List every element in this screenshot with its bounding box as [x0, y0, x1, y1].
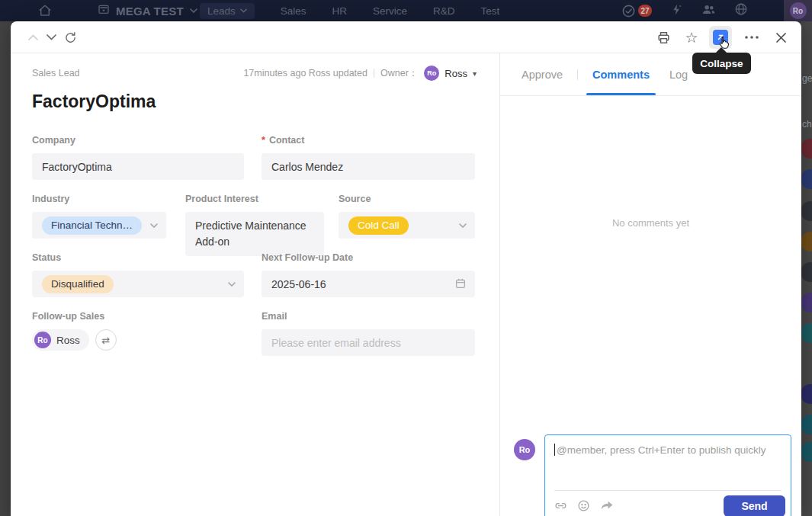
field-label-source: Source: [339, 194, 475, 204]
owner-dropdown[interactable]: Ro Ross ▾: [424, 66, 477, 81]
background-record-avatar: [801, 169, 812, 189]
field-label-product-interest: Product Interest: [185, 194, 324, 204]
record-type-label: Sales Lead: [32, 68, 80, 79]
background-record-avatar: [801, 139, 812, 159]
swap-icon: ⇄: [101, 335, 110, 346]
user-avatar: Ro: [790, 2, 807, 19]
comment-input[interactable]: @member, press Ctrl+Enter to publish qui…: [554, 444, 783, 456]
chevron-down-icon: [240, 8, 247, 13]
nav-item-service[interactable]: Service: [373, 5, 407, 17]
dimmed-page-left: [0, 21, 11, 516]
tasks-check-icon[interactable]: 27: [621, 4, 652, 18]
owner-name: Ross: [445, 68, 467, 79]
email-field[interactable]: Please enter email address: [262, 329, 475, 356]
emoji-icon[interactable]: [577, 499, 590, 512]
member-avatar: Ro: [34, 332, 51, 348]
background-text-fragment: ch: [802, 119, 812, 130]
required-asterisk: *: [262, 135, 265, 146]
divider: [554, 490, 782, 491]
background-record-avatar: [801, 262, 812, 282]
comment-placeholder: @member, press Ctrl+Enter to publish qui…: [557, 444, 765, 456]
tab-log[interactable]: Log: [669, 53, 688, 95]
chevron-down-icon: [150, 223, 158, 228]
print-icon[interactable]: [652, 26, 675, 49]
followup-sales-member[interactable]: Ro Ross: [32, 329, 89, 351]
background-record-avatar: [801, 384, 812, 404]
owner-avatar: Ro: [424, 66, 439, 81]
modal-header: ☆: [11, 21, 801, 53]
record-detail-modal: ☆ Sales Lead 17minutes ago Ross updated: [11, 21, 801, 516]
caret-down-icon: ▾: [473, 69, 477, 78]
workspace-switcher[interactable]: MEGA TEST: [98, 0, 197, 21]
field-label-next-followup-date: Next Follow-up Date: [262, 252, 475, 263]
field-label-email: Email: [262, 311, 475, 322]
screen: MEGA TEST Leads Sales HR Service R&D Tes…: [0, 0, 812, 516]
field-label-status: Status: [32, 252, 244, 263]
composer-toolbar: [554, 499, 614, 512]
refresh-icon[interactable]: [59, 26, 82, 49]
nav-item-rd[interactable]: R&D: [433, 5, 455, 17]
chevron-down-icon: [190, 8, 197, 13]
right-edge-strip: ge ch: [801, 21, 812, 516]
background-record-avatar: [801, 232, 812, 252]
tab-approve[interactable]: Approve: [522, 53, 563, 95]
field-label-company: Company: [32, 135, 244, 146]
nav-item-sales[interactable]: Sales: [281, 5, 307, 17]
globe-icon[interactable]: [734, 2, 748, 19]
background-record-avatar: [801, 293, 812, 312]
chevron-down-icon: [459, 223, 467, 228]
nav-item-test[interactable]: Test: [481, 5, 500, 17]
share-arrow-icon[interactable]: [600, 500, 614, 512]
background-record-avatar: [801, 201, 812, 221]
owner-label: Owner：: [380, 67, 418, 80]
collapse-icon: [713, 30, 728, 45]
nav-item-hr[interactable]: HR: [332, 5, 348, 17]
status-value-pill: Disqualified: [42, 275, 114, 293]
close-icon[interactable]: [769, 26, 792, 49]
background-record-avatar: [801, 323, 812, 343]
last-updated-text: 17minutes ago Ross updated: [243, 68, 367, 79]
field-label-industry: Industry: [32, 194, 166, 204]
more-options-icon[interactable]: [740, 26, 763, 49]
main-nav: Leads Sales HR Service R&D Test: [200, 0, 499, 21]
record-form-panel: Sales Lead 17minutes ago Ross updated Ow…: [11, 53, 499, 516]
send-button[interactable]: Send: [724, 495, 785, 516]
favorite-star-icon[interactable]: ☆: [680, 26, 703, 49]
collapse-button[interactable]: [709, 26, 732, 49]
company-field[interactable]: FactoryOptima: [32, 153, 244, 180]
automation-lightning-icon[interactable]: [670, 3, 683, 19]
comment-composer: @member, press Ctrl+Enter to publish qui…: [544, 434, 791, 516]
activity-panel: Approve Comments Log No comments yet Ro …: [499, 53, 801, 516]
background-record-avatar: [801, 442, 812, 462]
empty-state-text: No comments yet: [500, 217, 801, 229]
top-app-bar: MEGA TEST Leads Sales HR Service R&D Tes…: [0, 0, 812, 21]
topbar-icons: 27: [621, 0, 748, 21]
record-title: FactoryOptima: [32, 91, 156, 112]
source-select[interactable]: Cold Call: [339, 212, 475, 239]
tab-comments[interactable]: Comments: [592, 53, 650, 95]
nav-item-leads[interactable]: Leads: [200, 3, 255, 19]
workspace-name: MEGA TEST: [116, 5, 184, 18]
field-label-contact: Contact: [269, 135, 305, 146]
collapse-tooltip: Collapse: [692, 53, 751, 74]
status-select[interactable]: Disqualified: [32, 271, 244, 297]
next-followup-date-field[interactable]: 2025-06-16: [262, 271, 475, 297]
text-caret: [554, 444, 555, 456]
record-meta-row: Sales Lead 17minutes ago Ross updated Ow…: [32, 66, 477, 81]
reassign-swap-button[interactable]: ⇄: [95, 329, 117, 351]
composer-avatar: Ro: [514, 439, 535, 460]
industry-value-pill: Financial Techn…: [42, 216, 142, 235]
source-value-pill: Cold Call: [348, 216, 409, 235]
members-icon[interactable]: [701, 2, 716, 20]
email-placeholder: Please enter email address: [271, 337, 401, 349]
home-icon[interactable]: [38, 4, 52, 21]
field-label-followup-sales: Follow-up Sales: [32, 311, 244, 322]
attach-link-icon[interactable]: [554, 499, 567, 512]
activity-tabbar: Approve Comments Log: [500, 53, 801, 96]
contact-field[interactable]: Carlos Mendez: [262, 153, 475, 180]
member-name: Ross: [56, 335, 80, 346]
industry-select[interactable]: Financial Techn…: [32, 212, 166, 239]
user-menu[interactable]: Ro: [784, 0, 812, 21]
product-interest-field[interactable]: Predictive Maintenance Add-on: [185, 212, 324, 256]
notification-badge: 27: [638, 5, 652, 17]
